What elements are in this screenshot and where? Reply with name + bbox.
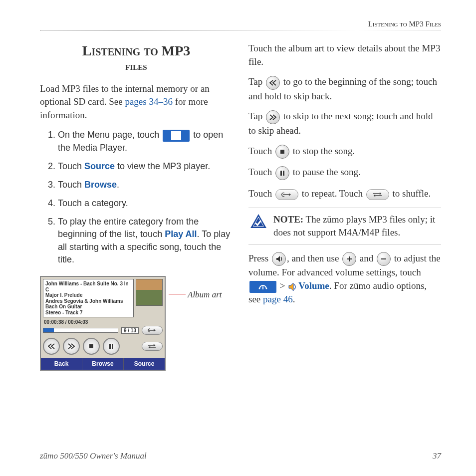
minus-icon [377, 252, 391, 266]
svg-rect-1 [89, 344, 93, 348]
steps-list: On the Menu page, touch to open the Medi… [40, 129, 233, 266]
play-all-label: Play All [165, 229, 197, 239]
player-figure: John Williams - Bach Suite No. 3 In C Ma… [40, 276, 233, 371]
track-title: John Williams - Bach Suite No. 3 In C [45, 281, 131, 292]
browse-label: Browse [84, 180, 117, 190]
back-tab[interactable]: Back [41, 358, 82, 370]
tools-icon [249, 281, 276, 293]
stop-instruction: Touch to stop the song. [248, 145, 441, 159]
skip-back-icon [266, 76, 280, 90]
page-number: 37 [433, 451, 441, 461]
svg-point-11 [266, 287, 267, 289]
volume-key-icon [272, 252, 286, 266]
album-art-detail-text: Touch the album art to view details abou… [248, 42, 441, 68]
p7g: . [293, 294, 295, 304]
next-instruction: Tap to skip to the next song; touch and … [248, 110, 441, 137]
p2a: Tap [248, 76, 265, 87]
repeat-icon [275, 189, 298, 200]
source-label: Source [84, 161, 115, 171]
player-info: John Williams - Bach Suite No. 3 In C Ma… [43, 279, 134, 317]
next-button[interactable] [63, 338, 80, 355]
running-header: Listening to MP3 Files [40, 20, 441, 28]
step3-a: Touch [58, 180, 84, 190]
p7b: , and then use [287, 253, 341, 263]
album-art-callout: Album art [188, 290, 222, 300]
speaker-icon [287, 281, 298, 292]
callout-line [169, 294, 186, 294]
p4b: to stop the song. [290, 146, 355, 156]
step-4: Touch a category. [58, 197, 233, 210]
note-text: NOTE: The zūmo plays MP3 files only; it … [273, 213, 440, 239]
step2-a: Touch [58, 161, 84, 171]
p7c: and [357, 253, 376, 263]
step-1: On the Menu page, touch to open the Medi… [58, 129, 233, 154]
note-box: NOTE: The zūmo plays MP3 files only; it … [248, 208, 441, 245]
media-player-icon [163, 130, 190, 142]
page-footer: zūmo 500/550 Owner's Manual 37 [40, 451, 441, 461]
pause-button[interactable] [103, 338, 120, 355]
step-3: Touch Browse. [58, 179, 233, 191]
track-meta: Stereo - Track 7 [45, 310, 131, 316]
plus-icon [342, 252, 356, 266]
p6c: to shuffle. [390, 188, 431, 199]
pause-instruction: Touch to pause the song. [248, 166, 441, 180]
intro-paragraph: Load MP3 files to the internal memory or… [40, 82, 233, 122]
progress-bar[interactable] [43, 328, 118, 333]
p7e: > [277, 280, 287, 291]
svg-rect-5 [280, 171, 282, 176]
svg-rect-0 [171, 131, 181, 140]
left-column: Listening to MP3 files Load MP3 files to… [40, 42, 233, 371]
player-time: 00:00:38 / 00:04:03 [44, 319, 88, 325]
track-album: Bach On Guitar [45, 304, 131, 310]
right-column: Touch the album art to view details abou… [248, 42, 441, 371]
note-check-icon [249, 213, 267, 231]
svg-rect-3 [112, 344, 113, 349]
step3-b: . [117, 180, 119, 190]
album-art-thumbnail[interactable] [136, 279, 163, 306]
track-count: 9 / 13 [121, 327, 139, 334]
player-screenshot: John Williams - Bach Suite No. 3 In C Ma… [40, 276, 166, 371]
p7a: Press [248, 253, 271, 263]
step-2: Touch Source to view the MP3 player. [58, 160, 233, 173]
p5a: Touch [248, 167, 274, 177]
volume-instruction: Press , and then use and to adjust the v… [248, 252, 441, 306]
track-subtitle: Major I. Prelude [45, 292, 131, 298]
pages-link[interactable]: pages 34–36 [125, 96, 173, 107]
p6a: Touch [248, 188, 274, 199]
browse-tab[interactable]: Browse [82, 358, 124, 370]
volume-label: Volume [298, 280, 329, 291]
track-artist: Andres Segovia & John Williams [45, 298, 131, 304]
p6b: to repeat. Touch [299, 188, 365, 199]
shuffle-button[interactable] [142, 342, 163, 351]
step2-b: to view the MP3 player. [115, 161, 210, 171]
step1-a: On the Menu page, touch [58, 130, 162, 140]
repeat-button[interactable] [142, 326, 163, 335]
p3a: Tap [248, 111, 265, 121]
svg-rect-4 [280, 150, 284, 154]
title-line1: Listening to MP3 [82, 43, 191, 58]
footer-title: zūmo 500/550 Owner's Manual [40, 451, 147, 461]
page-title: Listening to MP3 files [40, 42, 233, 73]
title-line2: files [40, 59, 233, 73]
svg-point-10 [259, 287, 260, 289]
stop-button[interactable] [83, 338, 100, 355]
header-rule [40, 30, 441, 31]
svg-rect-6 [283, 171, 284, 176]
note-label: NOTE: [273, 214, 303, 225]
svg-rect-2 [109, 344, 111, 349]
repeat-shuffle-instruction: Touch to repeat. Touch to shuffle. [248, 187, 441, 201]
page-46-link[interactable]: page 46 [263, 294, 293, 304]
svg-rect-12 [262, 286, 263, 289]
step-5: To play the entire category from the beg… [58, 216, 233, 266]
p4a: Touch [248, 146, 274, 156]
shuffle-icon [366, 189, 389, 200]
prev-button[interactable] [43, 338, 60, 355]
p5b: to pause the song. [290, 167, 361, 177]
skip-forward-icon [266, 110, 280, 124]
prev-instruction: Tap to go to the beginning of the song; … [248, 75, 441, 103]
source-tab[interactable]: Source [124, 358, 165, 370]
stop-icon [275, 145, 289, 159]
pause-icon [275, 166, 289, 180]
